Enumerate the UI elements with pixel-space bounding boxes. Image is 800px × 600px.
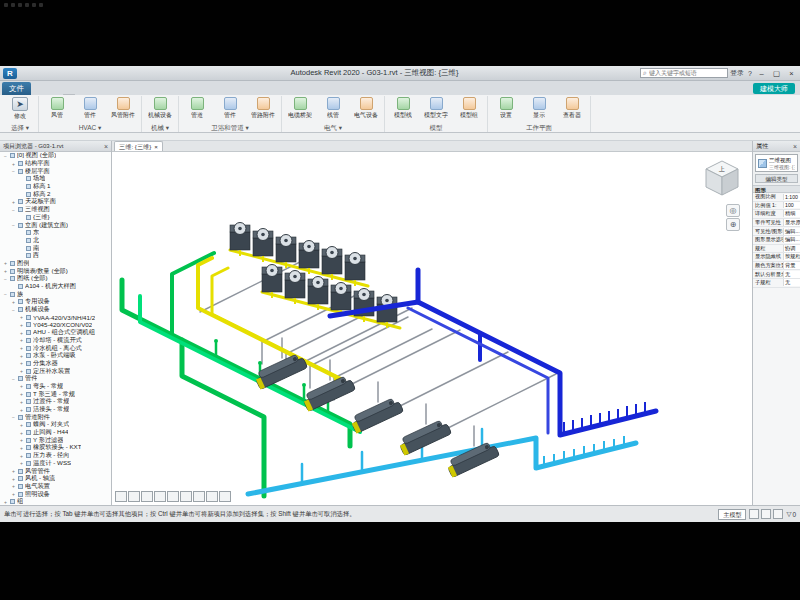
ribbon-button[interactable]: 设置 <box>491 97 521 120</box>
默认分析显示样式[interactable]: 默认分析显示样式 无 <box>753 270 800 279</box>
图形显示选项[interactable]: 图形显示选项 编辑... <box>753 236 800 245</box>
expand-icon[interactable]: + <box>19 368 24 374</box>
tree-item[interactable]: 标高 1 <box>0 183 111 191</box>
tree-item[interactable]: − 族 <box>0 290 111 298</box>
panel-label[interactable]: 机械 ▾ <box>145 123 175 132</box>
ribbon-button[interactable]: 线管 <box>318 97 348 120</box>
expand-icon[interactable]: + <box>11 491 16 497</box>
expand-icon[interactable]: + <box>19 407 24 413</box>
tree-item[interactable]: 北 <box>0 237 111 245</box>
tree-item[interactable]: + 定压补水装置 <box>0 367 111 375</box>
minimize-button[interactable]: – <box>756 69 767 78</box>
panel-label[interactable]: 工作平面 <box>491 123 587 132</box>
tree-item[interactable]: − 三维视图 <box>0 206 111 214</box>
ribbon-button[interactable]: 模型文字 <box>421 97 451 120</box>
expand-icon[interactable]: − <box>11 307 16 313</box>
expand-icon[interactable]: − <box>3 153 8 159</box>
blue-return-piping[interactable] <box>408 308 548 433</box>
ribbon-button[interactable]: 模型线 <box>388 97 418 120</box>
properties-header[interactable]: 属性 × <box>753 141 800 152</box>
expand-icon[interactable]: + <box>19 453 24 459</box>
panel-label[interactable]: 卫浴和管道 ▾ <box>182 123 278 132</box>
expand-icon[interactable]: + <box>11 199 16 205</box>
show-crop-icon[interactable] <box>193 491 205 502</box>
expand-icon[interactable]: − <box>11 222 16 228</box>
颜色方案位置[interactable]: 颜色方案位置 背景 <box>753 262 800 271</box>
expand-icon[interactable]: + <box>19 353 24 359</box>
expand-icon[interactable]: − <box>11 376 16 382</box>
ribbon-button[interactable]: 风管附件 <box>108 97 138 120</box>
expand-icon[interactable]: + <box>19 360 24 366</box>
model-canvas[interactable]: 上 ◎ ⊕ <box>112 152 752 505</box>
search-input[interactable] <box>649 70 721 76</box>
view-tab-close-icon[interactable]: × <box>154 142 158 151</box>
project-browser-header[interactable]: 项目浏览器 - G03-1.rvt × <box>0 141 111 152</box>
tree-item[interactable]: + 天花板平面 <box>0 198 111 206</box>
reveal-hidden-icon[interactable] <box>219 491 231 502</box>
cyan-piping[interactable] <box>248 429 636 494</box>
ribbon-button[interactable]: 查看器 <box>557 97 587 120</box>
tree-item[interactable]: + 结构平面 <box>0 160 111 168</box>
expand-icon[interactable]: + <box>19 445 24 451</box>
shadows-icon[interactable] <box>167 491 179 502</box>
视图比例[interactable]: 视图比例 1:100 <box>753 193 800 202</box>
tree-item[interactable]: + YVAA-420/V3/NH/41/2 <box>0 313 111 321</box>
panel-label[interactable]: 模型 <box>388 123 484 132</box>
tree-item[interactable]: + 风机 - 轴流 <box>0 475 111 483</box>
visual-style-icon[interactable] <box>141 491 153 502</box>
graphics-category[interactable]: 图形 <box>753 185 800 193</box>
expand-icon[interactable]: + <box>11 161 16 167</box>
edit-type-button[interactable]: 编辑类型 <box>755 174 798 183</box>
view-tab[interactable]: 三维: {三维} × <box>114 141 163 151</box>
tree-item[interactable]: − 机械设备 <box>0 306 111 314</box>
expand-icon[interactable]: − <box>3 291 8 297</box>
3d-model-svg[interactable] <box>112 152 752 505</box>
expand-icon[interactable]: + <box>19 330 24 336</box>
expand-icon[interactable]: + <box>19 430 24 436</box>
可见性/图形替换[interactable]: 可见性/图形替换 编辑... <box>753 227 800 236</box>
规程[interactable]: 规程 协调 <box>753 245 800 254</box>
ribbon-button[interactable]: 电气设备 <box>351 97 381 120</box>
子规程[interactable]: 子规程 无 <box>753 279 800 288</box>
sun-path-icon[interactable] <box>154 491 166 502</box>
panel-label[interactable]: 选择 ▾ <box>5 123 35 132</box>
ribbon-button[interactable]: 管路附件 <box>248 97 278 120</box>
expand-icon[interactable]: + <box>11 476 16 482</box>
tree-item[interactable]: + 组 <box>0 498 111 505</box>
零件可见性[interactable]: 零件可见性 显示原状态 <box>753 219 800 228</box>
temp-hide-icon[interactable] <box>206 491 218 502</box>
expand-icon[interactable]: + <box>3 499 8 505</box>
view-scale[interactable] <box>115 491 127 502</box>
expand-icon[interactable]: + <box>11 483 16 489</box>
ribbon-button[interactable]: 风管 <box>42 97 72 120</box>
tree-item[interactable]: + 活接头 - 常规 <box>0 406 111 414</box>
expand-icon[interactable]: − <box>3 276 8 282</box>
ribbon-button[interactable]: 电缆桥架 <box>285 97 315 120</box>
file-tab[interactable]: 文件 <box>2 82 31 95</box>
type-selector[interactable]: 三维视图 三维视图: {三维} <box>755 154 798 172</box>
panel-label[interactable]: 电气 ▾ <box>285 123 381 132</box>
expand-icon[interactable]: + <box>19 437 24 443</box>
design-option-select[interactable]: 主模型 <box>718 509 746 520</box>
比例值 1:[interactable]: 比例值 1: 100 <box>753 202 800 211</box>
tree-item[interactable]: + 电气装置 <box>0 483 111 491</box>
tree-item[interactable]: + 温度计 - WSS <box>0 460 111 468</box>
expand-icon[interactable]: + <box>19 422 24 428</box>
help-icon[interactable]: ? <box>748 70 752 77</box>
workset-status-icon[interactable] <box>749 509 759 519</box>
close-icon[interactable]: × <box>102 143 108 150</box>
editable-only-icon[interactable] <box>761 509 771 519</box>
command-search[interactable]: ⌕ <box>640 68 728 78</box>
详细程度[interactable]: 详细程度 精细 <box>753 210 800 219</box>
ribbon-button[interactable]: 显示 <box>524 97 554 120</box>
expand-icon[interactable]: + <box>19 314 24 320</box>
crop-view-icon[interactable] <box>180 491 192 502</box>
select-links-icon[interactable] <box>773 509 783 519</box>
expand-icon[interactable]: + <box>19 345 24 351</box>
maximize-button[interactable]: ▢ <box>771 69 782 78</box>
expand-icon[interactable]: + <box>19 391 24 397</box>
expand-icon[interactable]: + <box>11 468 16 474</box>
viewcube[interactable]: 上 <box>702 158 742 198</box>
revit-logo-icon[interactable]: R <box>3 68 17 79</box>
plugin-button[interactable]: 建模大师 <box>753 83 795 94</box>
